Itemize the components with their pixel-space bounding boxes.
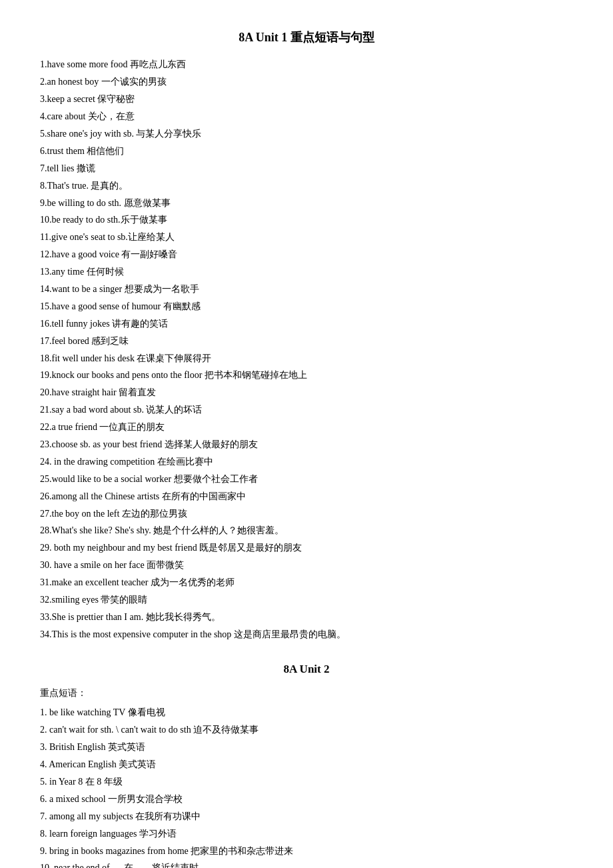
list-item: 2. can't wait for sth. \ can't wait to d… xyxy=(40,721,573,739)
list-item: 17.feel bored 感到乏味 xyxy=(40,333,573,350)
list-item: 28.What's she like? She's shy. 她是个什么样的人？… xyxy=(40,522,573,539)
list-item: 6.trust them 相信他们 xyxy=(40,143,573,160)
list-item: 5. in Year 8 在 8 年级 xyxy=(40,773,573,791)
list-item: 3.keep a secret 保守秘密 xyxy=(40,91,573,108)
list-item: 21.say a bad word about sb. 说某人的坏话 xyxy=(40,401,573,419)
list-item: 12.have a good voice 有一副好嗓音 xyxy=(40,246,573,263)
unit2-items: 1. be like watching TV 像看电视2. can't wait… xyxy=(40,704,573,868)
list-item: 9. bring in books magazines from home 把家… xyxy=(40,843,573,860)
list-item: 23.choose sb. as your best friend 选择某人做最… xyxy=(40,436,573,453)
list-item: 15.have a good sense of humour 有幽默感 xyxy=(40,298,573,315)
list-item: 3. British English 英式英语 xyxy=(40,739,573,756)
list-item: 2.an honest boy 一个诚实的男孩 xyxy=(40,73,573,91)
list-item: 24. in the drawing competition 在绘画比赛中 xyxy=(40,453,573,471)
page-title: 8A Unit 1 重点短语与句型 xyxy=(40,27,573,48)
list-item: 30. have a smile on her face 面带微笑 xyxy=(40,557,573,574)
unit2-title: 8A Unit 2 xyxy=(40,659,573,680)
list-item: 19.knock our books and pens onto the flo… xyxy=(40,367,573,384)
list-item: 8.That's true. 是真的。 xyxy=(40,177,573,195)
list-item: 10.be ready to do sth.乐于做某事 xyxy=(40,211,573,229)
list-item: 9.be willing to do sth. 愿意做某事 xyxy=(40,195,573,212)
list-item: 33.She is prettier than I am. 她比我长得秀气。 xyxy=(40,609,573,626)
list-item: 20.have straight hair 留着直发 xyxy=(40,384,573,401)
list-item: 16.tell funny jokes 讲有趣的笑话 xyxy=(40,315,573,333)
list-item: 1.have some more food 再吃点儿东西 xyxy=(40,56,573,73)
list-item: 22.a true friend 一位真正的朋友 xyxy=(40,419,573,436)
list-item: 27.the boy on the left 左边的那位男孩 xyxy=(40,505,573,523)
list-item: 7. among all my subjects 在我所有功课中 xyxy=(40,808,573,825)
list-item: 10. near the end of … 在……将近结束时 xyxy=(40,859,573,868)
list-item: 32.smiling eyes 带笑的眼睛 xyxy=(40,591,573,609)
list-item: 14.want to be a singer 想要成为一名歌手 xyxy=(40,281,573,298)
list-item: 34.This is the most expensive computer i… xyxy=(40,626,573,643)
list-item: 11.give one's seat to sb.让座给某人 xyxy=(40,229,573,246)
list-item: 31.make an excellent teacher 成为一名优秀的老师 xyxy=(40,574,573,591)
list-item: 5.share one's joy with sb. 与某人分享快乐 xyxy=(40,125,573,143)
list-item: 8. learn foreign languages 学习外语 xyxy=(40,825,573,843)
list-item: 13.any time 任何时候 xyxy=(40,263,573,281)
unit2-section: 8A Unit 2 重点短语： 1. be like watching TV 像… xyxy=(40,659,573,868)
list-item: 6. a mixed school 一所男女混合学校 xyxy=(40,791,573,808)
list-item: 18.fit well under his desk 在课桌下伸展得开 xyxy=(40,350,573,367)
list-item: 1. be like watching TV 像看电视 xyxy=(40,704,573,721)
unit1-items: 1.have some more food 再吃点儿东西2.an honest … xyxy=(40,56,573,643)
list-item: 26.among all the Chinese artists 在所有的中国画… xyxy=(40,488,573,505)
list-item: 4. American English 美式英语 xyxy=(40,756,573,773)
list-item: 4.care about 关心，在意 xyxy=(40,108,573,125)
list-item: 7.tell lies 撒谎 xyxy=(40,160,573,177)
list-item: 25.would like to be a social worker 想要做个… xyxy=(40,471,573,488)
list-item: 29. both my neighbour and my best friend… xyxy=(40,539,573,557)
unit2-subtitle: 重点短语： xyxy=(40,685,573,701)
